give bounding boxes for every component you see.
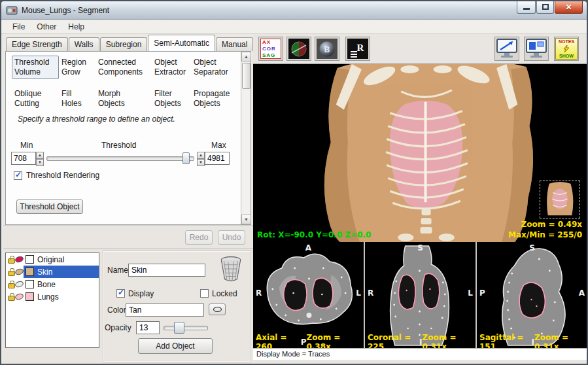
orientation-letter-right: L (356, 288, 361, 298)
visibility-glyph[interactable] (14, 255, 24, 264)
tool-filter-objects[interactable]: FilterObjects (152, 87, 191, 111)
opacity-slider[interactable] (164, 321, 208, 334)
delete-object-button[interactable] (217, 255, 245, 284)
tab-subregion[interactable]: Subregion (100, 37, 148, 51)
tool-morph-objects[interactable]: MorphObjects (95, 87, 152, 111)
orientation-letter-left: R (256, 288, 262, 298)
tool-propagate-objects[interactable]: PropagateObjects (191, 87, 238, 111)
menu-item-file[interactable]: File (7, 20, 31, 33)
min-spinbox: ▲ ▼ (11, 152, 44, 165)
tool-region-grow[interactable]: RegionGrow (59, 56, 95, 79)
maximize-icon (542, 4, 549, 10)
object-panel: Original Skin Bone (3, 249, 253, 364)
locked-checkbox[interactable] (200, 289, 209, 298)
tool-threshold-volume[interactable]: ThresholdVolume (12, 56, 59, 79)
notes-show-button[interactable]: NOTES SHOW (554, 37, 579, 61)
lock-icon[interactable] (8, 296, 15, 301)
scrollbar-thumb[interactable] (242, 63, 251, 89)
color-picker-button[interactable] (209, 304, 226, 315)
render-thumbnail[interactable] (540, 181, 580, 218)
slice-panel-coronal[interactable]: S R L Coronal = 225 I Zoom = 0.31x (365, 242, 476, 348)
segment-panel: Edge Strength Walls Subregion Semi-Autom… (3, 34, 253, 364)
min-spin-up[interactable]: ▲ (36, 152, 44, 159)
threshold-slider[interactable] (46, 152, 194, 165)
threshold-slider-thumb[interactable] (182, 152, 190, 164)
object-label: Bone (37, 280, 56, 289)
close-button[interactable]: ✕ (555, 1, 583, 14)
bias-sphere-button[interactable]: B (315, 37, 339, 61)
minimize-icon (523, 8, 530, 10)
orientation-letter-top: A (305, 243, 311, 252)
object-row-lungs[interactable]: Lungs (6, 290, 99, 303)
tab-semi-automatic[interactable]: Semi-Automatic (148, 35, 215, 51)
visibility-glyph[interactable] (14, 280, 24, 288)
register-button[interactable]: R (345, 37, 370, 61)
render-3d-view[interactable]: Rot: X=-90.0 Y=0.0 Z=0.0 Zoom = 0.49x Ma… (253, 63, 587, 242)
opacity-input[interactable] (136, 321, 160, 334)
menubar: File Other Help (1, 20, 587, 34)
threshold-object-button[interactable]: Threshold Object (16, 200, 83, 214)
menu-item-help[interactable]: Help (62, 20, 90, 33)
color-label: Color (107, 305, 126, 315)
tab-walls[interactable]: Walls (69, 37, 99, 51)
object-row-original[interactable]: Original (6, 253, 99, 266)
undo-button[interactable]: Undo (218, 230, 245, 245)
status-text: Display Mode = Traces (256, 350, 330, 358)
object-row-skin[interactable]: Skin (6, 266, 99, 278)
tool-oblique-cutting[interactable]: ObliqueCutting (12, 87, 59, 111)
name-input[interactable] (128, 264, 205, 277)
max-spin-up[interactable]: ▲ (197, 152, 205, 159)
threshold-rendering-checkbox[interactable] (14, 171, 22, 180)
tool-fill-holes[interactable]: FillHoles (59, 87, 95, 111)
statusbar: Display Mode = Traces (253, 348, 587, 360)
slice-panel-axial[interactable]: A R L Axial = 260 P Zoom = 0.38x (253, 242, 364, 348)
orientation-letter-top: S (417, 243, 423, 252)
max-input[interactable] (205, 152, 230, 165)
object-list[interactable]: Original Skin Bone (5, 252, 99, 348)
menu-item-other[interactable]: Other (31, 20, 62, 33)
tool-connected-components[interactable]: ConnectedComponents (95, 56, 152, 79)
locked-label: Locked (212, 289, 237, 298)
layout-display-button[interactable] (524, 37, 549, 61)
color-input[interactable] (126, 304, 204, 317)
lock-icon[interactable] (8, 271, 15, 276)
measure-display-button[interactable] (494, 37, 519, 61)
minimize-button[interactable] (517, 1, 536, 14)
threshold-slider-track[interactable] (46, 156, 194, 161)
orientation-views-button[interactable]: AX COR SAG (258, 37, 283, 61)
coronal-slice-image (365, 242, 476, 348)
slice-panel-sagittal[interactable]: S P A Sagittal = 151 I Zoom = 0.31x (477, 242, 587, 348)
scroll-up-icon[interactable]: ▲ (241, 52, 251, 61)
opacity-slider-thumb[interactable] (174, 322, 184, 334)
tab-edge-strength[interactable]: Edge Strength (6, 37, 68, 51)
visibility-glyph[interactable] (14, 292, 24, 301)
opacity-slider-track[interactable] (164, 326, 208, 330)
lock-icon[interactable] (8, 283, 15, 288)
name-label: Name (107, 266, 128, 275)
max-spin-down[interactable]: ▼ (197, 159, 205, 166)
tool-object-extractor[interactable]: ObjectExtractor (152, 56, 191, 79)
orientation-letter-top: S (529, 243, 535, 252)
object-row-bone[interactable]: Bone (6, 278, 99, 290)
slice-info-bar: Axial = 260 P Zoom = 0.38x (253, 337, 364, 347)
object-label: Skin (37, 268, 52, 277)
min-spin-down[interactable]: ▼ (36, 159, 44, 166)
maxmin-readout: Max/Min = 255/0 (508, 230, 582, 239)
render-sphere-button[interactable] (286, 37, 311, 61)
tool-object-separator[interactable]: ObjectSeparator (191, 56, 238, 79)
min-input[interactable] (11, 152, 36, 165)
orientation-letter-bottom: P (301, 338, 307, 347)
display-checkbox[interactable] (116, 289, 125, 298)
redo-button[interactable]: Redo (185, 230, 213, 245)
orientation-letter-right: A (579, 288, 585, 298)
lock-icon[interactable] (8, 258, 15, 264)
ellipse-icon (213, 307, 222, 312)
add-object-button[interactable]: Add Object (138, 338, 213, 354)
scroll-down-icon[interactable]: ▼ (241, 215, 251, 224)
content-scrollbar[interactable]: ▲ ▼ (241, 52, 251, 224)
titlebar[interactable]: Mouse_Lungs - Segment ✕ (1, 1, 587, 20)
tab-manual[interactable]: Manual (216, 37, 253, 51)
color-swatch (26, 280, 34, 288)
maximize-button[interactable] (536, 1, 554, 14)
visibility-glyph[interactable] (14, 268, 24, 276)
